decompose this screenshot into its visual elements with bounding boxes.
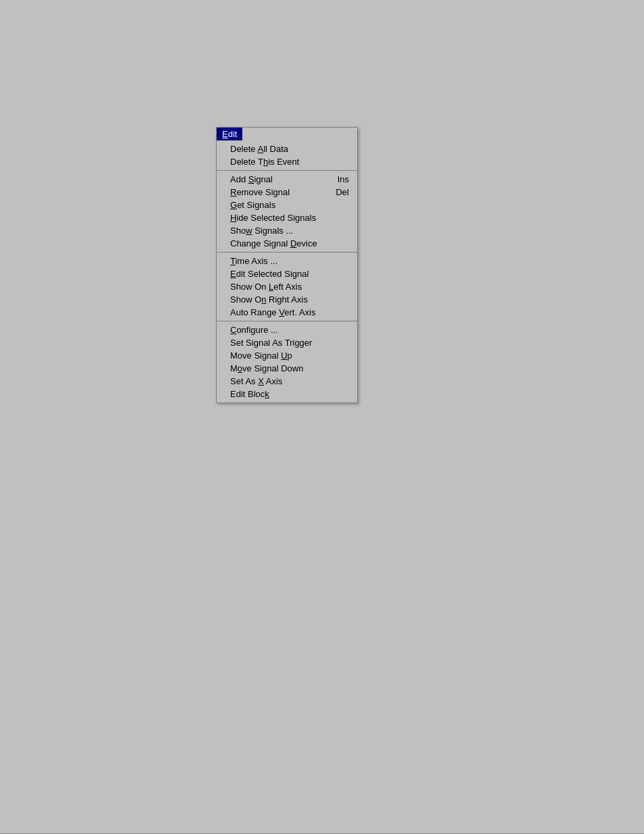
menu-item-label: Show Signals ... — [230, 226, 293, 236]
menu-item-label: Hide Selected Signals — [230, 213, 316, 223]
menu-item-label: Delete This Event — [230, 157, 299, 167]
menu-item-set-as-x-axis[interactable]: Set As X Axis — [217, 375, 357, 388]
menu-item-edit-block[interactable]: Edit Block — [217, 388, 357, 400]
menu-item-show-on-left-axis[interactable]: Show On Left Axis — [217, 280, 357, 293]
menu-item-show-on-right-axis[interactable]: Show On Right Axis — [217, 293, 357, 306]
menu-item-get-signals[interactable]: Get Signals — [217, 199, 357, 211]
menu-section-configure: Configure ... Set Signal As Trigger Move… — [217, 321, 357, 402]
context-menu: Edit Delete All Data Delete This Event A… — [216, 127, 358, 403]
menu-item-move-signal-up[interactable]: Move Signal Up — [217, 349, 357, 362]
menu-item-label: Edit Selected Signal — [230, 269, 308, 279]
menu-section-delete: Delete All Data Delete This Event — [217, 140, 357, 171]
menu-item-label: Move Signal Up — [230, 350, 292, 361]
menu-item-configure[interactable]: Configure ... — [217, 323, 357, 336]
menu-item-label: Time Axis ... — [230, 256, 277, 266]
menu-item-delete-all-data[interactable]: Delete All Data — [217, 142, 357, 155]
menu-section-signals: Add Signal Ins Remove Signal Del Get Sig… — [217, 171, 357, 253]
menu-item-time-axis[interactable]: Time Axis ... — [217, 255, 357, 267]
menu-item-change-signal-device[interactable]: Change Signal Device — [217, 237, 357, 250]
menu-item-add-signal[interactable]: Add Signal Ins — [217, 173, 357, 186]
menu-item-label: Show On Left Axis — [230, 282, 302, 292]
menu-item-delete-this-event[interactable]: Delete This Event — [217, 155, 357, 168]
menu-item-label: Configure ... — [230, 325, 278, 335]
menu-item-auto-range-vert-axis[interactable]: Auto Range Vert. Axis — [217, 306, 357, 319]
menu-item-label: Change Signal Device — [230, 238, 317, 249]
menu-item-set-signal-as-trigger[interactable]: Set Signal As Trigger — [217, 336, 357, 349]
menu-section-axis: Time Axis ... Edit Selected Signal Show … — [217, 253, 357, 321]
menu-item-label: Set As X Axis — [230, 376, 282, 386]
menu-item-label: Add Signal — [230, 174, 273, 184]
menu-item-label: Set Signal As Trigger — [230, 338, 312, 348]
menu-item-hide-selected-signals[interactable]: Hide Selected Signals — [217, 211, 357, 224]
menu-item-label: Get Signals — [230, 200, 275, 210]
menu-item-show-signals[interactable]: Show Signals ... — [217, 224, 357, 237]
menu-item-label: Delete All Data — [230, 144, 288, 154]
menu-item-label: Move Signal Down — [230, 363, 303, 373]
menu-item-shortcut: Del — [336, 187, 349, 197]
menu-item-label: Auto Range Vert. Axis — [230, 307, 316, 317]
menu-item-remove-signal[interactable]: Remove Signal Del — [217, 186, 357, 199]
menu-header-label: Edit — [222, 129, 237, 139]
menu-header[interactable]: Edit — [217, 128, 242, 140]
menu-item-edit-selected-signal[interactable]: Edit Selected Signal — [217, 267, 357, 280]
menu-item-label: Remove Signal — [230, 187, 290, 197]
menu-item-shortcut: Ins — [338, 174, 349, 184]
menu-item-label: Edit Block — [230, 389, 269, 399]
menu-item-label: Show On Right Axis — [230, 294, 308, 305]
menu-item-move-signal-down[interactable]: Move Signal Down — [217, 362, 357, 375]
